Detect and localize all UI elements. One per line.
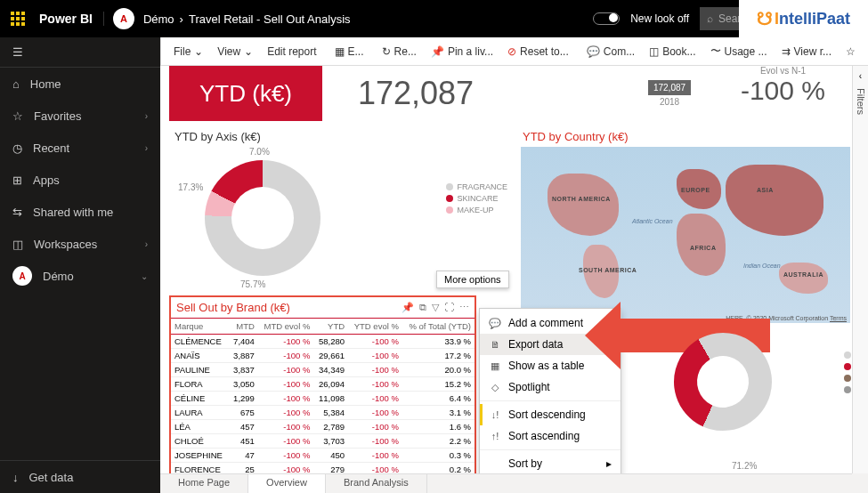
table-row[interactable]: JOSEPHINE47-100 %450-100 %0.3 % bbox=[171, 449, 475, 463]
get-data-label: Get data bbox=[29, 471, 74, 484]
table-cell: 451 bbox=[229, 434, 258, 449]
sidebar-item-apps[interactable]: ⊞Apps bbox=[0, 164, 160, 196]
table-cell: -100 % bbox=[258, 463, 313, 474]
copy-icon[interactable]: ⧉ bbox=[419, 302, 426, 313]
map-visual[interactable]: YTD by Country (k€) NORTH AMERICA SOUTH … bbox=[521, 126, 850, 322]
ctx-spotlight[interactable]: ◇Spotlight bbox=[480, 376, 621, 398]
table-row[interactable]: FLORA3,050-100 %26,094-100 %15.2 % bbox=[171, 377, 475, 392]
table-cell: 3.1 % bbox=[402, 406, 475, 420]
table-cell: 3,703 bbox=[313, 434, 348, 449]
refresh-button[interactable]: ↻ Re... bbox=[375, 37, 424, 65]
filter-icon[interactable]: ▽ bbox=[432, 302, 439, 313]
donut-title: YTD by Axis (k€) bbox=[169, 126, 516, 147]
table-cell: 15.2 % bbox=[402, 377, 475, 392]
tab-brand-analysis[interactable]: Brand Analysis bbox=[326, 474, 427, 493]
breadcrumb-workspace[interactable]: Démo bbox=[143, 12, 174, 26]
region-donut-label: 71.2% bbox=[732, 461, 757, 471]
column-header[interactable]: Marque bbox=[171, 319, 229, 335]
table-title: Sell Out by Brand (k€) bbox=[176, 301, 290, 314]
table-cell: -100 % bbox=[348, 420, 402, 434]
workspace-avatar[interactable]: A bbox=[113, 8, 134, 29]
table-cell: -100 % bbox=[348, 434, 402, 449]
get-data-button[interactable]: ↓ Get data bbox=[0, 461, 160, 493]
usage-button[interactable]: 〜 Usage ... bbox=[703, 37, 775, 65]
table-row[interactable]: CLÉMENCE7,404-100 %58,280-100 %33.9 % bbox=[171, 335, 475, 349]
table-cell: FLORA bbox=[171, 377, 229, 392]
reset-button[interactable]: ⊘ Reset to... bbox=[500, 37, 576, 65]
kpi-evol[interactable]: Evol vs N-1 -100 % bbox=[741, 66, 825, 106]
table-cell: 34,349 bbox=[313, 363, 348, 377]
sidebar-item-favorites[interactable]: ☆Favorites› bbox=[0, 100, 160, 132]
chevron-right-icon: ▸ bbox=[606, 457, 612, 470]
column-header[interactable]: MTD evol % bbox=[258, 319, 313, 335]
pin-icon[interactable]: 📌 bbox=[402, 302, 414, 313]
column-header[interactable]: % of Total (YTD) bbox=[402, 319, 475, 335]
table-visual[interactable]: Sell Out by Brand (k€) 📌 ⧉ ▽ ⛶ ⋯ MarqueM… bbox=[169, 295, 476, 473]
sidebar-item-home[interactable]: ⌂Home bbox=[0, 68, 160, 100]
nav-collapse-button[interactable]: ☰ bbox=[0, 37, 160, 68]
sidebar-item-demo[interactable]: A Démo ⌄ bbox=[0, 260, 160, 292]
table-cell: -100 % bbox=[348, 349, 402, 363]
kpi-mini[interactable]: 172,087 2018 bbox=[643, 66, 696, 121]
tab-home-page[interactable]: Home Page bbox=[160, 474, 248, 493]
view-menu[interactable]: View ⌄ bbox=[210, 37, 260, 65]
table-row[interactable]: CHLOÉ451-100 %3,703-100 %2.2 % bbox=[171, 434, 475, 449]
table-cell: -100 % bbox=[258, 434, 313, 449]
table-row[interactable]: FLORENCE25-100 %279-100 %0.2 % bbox=[171, 463, 475, 474]
table-row[interactable]: LÉA457-100 %2,789-100 %1.6 % bbox=[171, 420, 475, 434]
refresh-icon: ↻ bbox=[382, 45, 391, 58]
ctx-sort-desc[interactable]: ↓!Sort descending bbox=[480, 404, 621, 425]
pin-icon: 📌 bbox=[431, 45, 444, 58]
sidebar-item-shared-with-me[interactable]: ⇆Shared with me bbox=[0, 196, 160, 228]
donut-slice-label: 7.0% bbox=[249, 147, 270, 157]
sidebar-item-label: Recent bbox=[33, 141, 69, 155]
kpi-ytd-label[interactable]: YTD (k€) bbox=[169, 66, 322, 121]
table-row[interactable]: ANAÏS3,887-100 %29,661-100 %17.2 % bbox=[171, 349, 475, 363]
table-cell: 0.3 % bbox=[402, 449, 475, 463]
table-cell: 7,404 bbox=[229, 335, 258, 349]
table-row[interactable]: CÉLINE1,299-100 %11,098-100 %6.4 % bbox=[171, 392, 475, 406]
tab-overview[interactable]: Overview bbox=[248, 474, 326, 493]
chevron-left-icon[interactable]: ‹ bbox=[859, 71, 862, 81]
ctx-export-data[interactable]: 🗎Export data bbox=[480, 334, 621, 355]
view-related-button[interactable]: ⇉ View r... bbox=[775, 37, 839, 65]
more-options-icon[interactable]: ⋯ bbox=[459, 302, 469, 313]
ctx-sort-by[interactable]: Sort by▸ bbox=[480, 453, 621, 473]
column-header[interactable]: MTD bbox=[229, 319, 258, 335]
table-cell: 450 bbox=[313, 449, 348, 463]
ctx-add-comment[interactable]: 💬Add a comment bbox=[480, 312, 621, 334]
new-look-toggle[interactable] bbox=[593, 12, 620, 25]
sidebar-item-recent[interactable]: ◷Recent› bbox=[0, 132, 160, 164]
file-menu[interactable]: File ⌄ bbox=[166, 37, 210, 65]
bookmarks-button[interactable]: ◫ Book... bbox=[642, 37, 702, 65]
comments-button[interactable]: 💬 Com... bbox=[580, 37, 642, 65]
table-row[interactable]: PAULINE3,837-100 %34,349-100 %20.0 % bbox=[171, 363, 475, 377]
ctx-show-table[interactable]: ▦Show as a table bbox=[480, 355, 621, 376]
filters-label: Filters bbox=[856, 88, 866, 115]
table-cell: -100 % bbox=[258, 349, 313, 363]
table-row[interactable]: LAURA675-100 %5,384-100 %3.1 % bbox=[171, 406, 475, 420]
edit-report-button[interactable]: Edit report bbox=[260, 37, 323, 65]
table-cell: 25 bbox=[229, 463, 258, 474]
ctx-sort-asc[interactable]: ↑!Sort ascending bbox=[480, 425, 621, 447]
breadcrumb-report[interactable]: Travel Retail - Sell Out Analysis bbox=[189, 12, 351, 26]
map[interactable]: NORTH AMERICA SOUTH AMERICA EUROPE AFRIC… bbox=[521, 147, 850, 323]
region-donut-visual[interactable]: 71.2% EuropeMiddle EastAfricaIndia bbox=[674, 333, 834, 466]
explore-button[interactable]: ▦ E... bbox=[328, 37, 371, 65]
table-cell: 6.4 % bbox=[402, 392, 475, 406]
sidebar-item-workspaces[interactable]: ◫Workspaces› bbox=[0, 228, 160, 260]
logo-text: ntelliPaat bbox=[779, 10, 850, 28]
focus-icon[interactable]: ⛶ bbox=[444, 302, 454, 313]
page-tabs: Home PageOverviewBrand Analysis bbox=[160, 473, 852, 493]
favorite-button[interactable]: ☆ bbox=[839, 37, 863, 65]
app-launcher[interactable] bbox=[0, 0, 36, 37]
column-header[interactable]: YTD bbox=[313, 319, 348, 335]
pin-button[interactable]: 📌 Pin a liv... bbox=[424, 37, 500, 65]
get-data-icon: ↓ bbox=[12, 471, 19, 484]
sidebar-item-label: Démo bbox=[43, 270, 74, 283]
table-cell: -100 % bbox=[348, 463, 402, 474]
map-terms-link[interactable]: Terms bbox=[830, 315, 847, 321]
filters-pane[interactable]: ‹ Filters bbox=[852, 66, 868, 473]
kpi-ytd-value[interactable]: 172,087 bbox=[322, 66, 509, 121]
column-header[interactable]: YTD evol % bbox=[348, 319, 402, 335]
